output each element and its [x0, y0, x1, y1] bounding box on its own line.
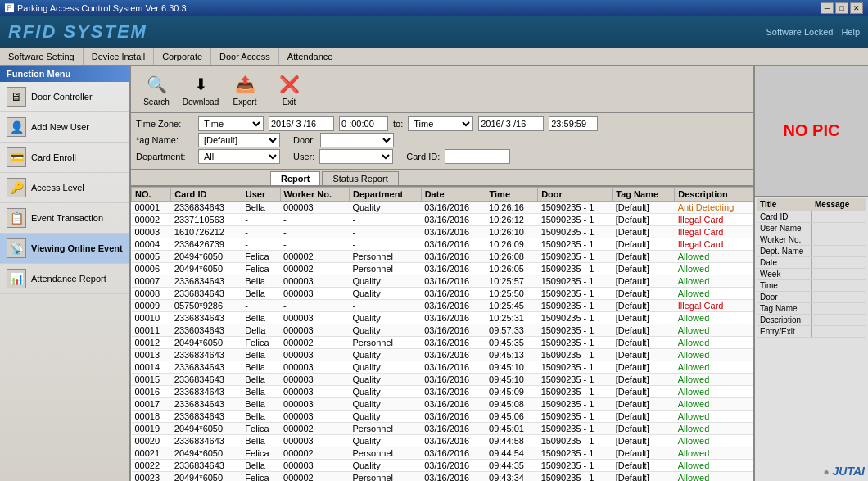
table-row[interactable]: 000162336834643Bella000003Quality03/16/2… [132, 386, 753, 398]
table-cell: Quality [349, 361, 421, 374]
data-table-container: NO. Card ID User Worker No. Department D… [131, 187, 753, 481]
menu-attendance[interactable]: Attendance [279, 48, 342, 65]
col-department: Department [349, 188, 421, 202]
sidebar-item-viewing-online-event[interactable]: 📡 Viewing Online Event [0, 234, 129, 264]
table-cell: 10:25:50 [486, 288, 538, 300]
col-description: Description [675, 188, 753, 202]
table-cell: Personnel [349, 337, 421, 349]
card-id-input[interactable] [445, 149, 510, 164]
table-row[interactable]: 000182336834643Bella000003Quality03/16/2… [132, 411, 753, 423]
info-message [812, 228, 867, 229]
search-button[interactable]: 🔍 Search [136, 69, 177, 109]
table-cell: 09:43:34 [486, 472, 538, 482]
table-cell: [Default] [613, 312, 675, 324]
tab-report[interactable]: Report [270, 171, 320, 185]
table-row[interactable]: 000102336834643Bella000003Quality03/16/2… [132, 312, 753, 324]
table-row[interactable]: 000012336834643Bella000003Quality03/16/2… [132, 202, 753, 214]
table-cell: Anti Detecting [675, 202, 753, 214]
table-row[interactable]: 000022337110563---03/16/201610:26:121509… [132, 214, 753, 226]
to-zone-select[interactable]: Time [408, 116, 473, 131]
tab-bar: Report Status Report [131, 170, 753, 187]
to-date-input[interactable] [478, 116, 544, 131]
user-select[interactable] [319, 149, 393, 164]
info-table: Title Message Card IDUser NameWorker No.… [755, 197, 868, 339]
col-time: Time [486, 188, 538, 202]
exit-button[interactable]: ❌ Exit [269, 69, 310, 109]
table-cell: 10:25:57 [486, 275, 538, 288]
table-cell: Della [242, 324, 280, 337]
table-row[interactable]: 000152336834643Bella000003Quality03/16/2… [132, 374, 753, 386]
close-button[interactable]: ✕ [850, 2, 863, 14]
table-cell: 03/16/2016 [421, 214, 486, 226]
titlebar-controls: ─ □ ✕ [821, 2, 863, 14]
table-cell: 000003 [280, 435, 349, 447]
sidebar-item-card-enroll[interactable]: 💳 Card Enroll [0, 143, 129, 173]
table-cell: 15090235 - 1 [538, 374, 613, 386]
table-cell: 15090235 - 1 [538, 435, 613, 447]
table-cell: Allowed [675, 435, 753, 447]
menu-door-access[interactable]: Door Access [211, 48, 279, 65]
sidebar-item-door-controller[interactable]: 🖥 Door Controller [0, 82, 129, 112]
table-cell: [Default] [613, 288, 675, 300]
from-time-input[interactable] [339, 116, 388, 131]
table-cell: 03/16/2016 [421, 435, 486, 447]
table-cell: Bella [242, 398, 280, 411]
software-locked-link[interactable]: Software Locked [766, 27, 833, 37]
table-cell: Felica [242, 423, 280, 435]
table-cell: 000002 [280, 472, 349, 482]
table-cell: [Default] [613, 214, 675, 226]
sidebar-item-access-level[interactable]: 🔑 Access Level [0, 173, 129, 203]
table-cell: 00014 [132, 361, 171, 374]
table-row[interactable]: 000222336834643Bella000003Quality03/16/2… [132, 460, 753, 472]
table-cell: Personnel [349, 423, 421, 435]
filter-row-1: Time Zone: Time to: Time [136, 116, 748, 131]
table-cell: 15090235 - 1 [538, 337, 613, 349]
table-row[interactable]: 000031610726212---03/16/201610:26:101509… [132, 226, 753, 238]
table-cell: 00015 [132, 374, 171, 386]
table-cell: 2336034643 [171, 324, 242, 337]
from-date-input[interactable] [269, 116, 334, 131]
export-button[interactable]: 📤 Export [224, 69, 265, 109]
menu-corporate[interactable]: Corporate [154, 48, 211, 65]
table-header-row: NO. Card ID User Worker No. Department D… [132, 188, 753, 202]
table-row[interactable]: 0002320494*6050Felica000002Personnel03/1… [132, 472, 753, 482]
table-row[interactable]: 000112336034643Della000003Quality03/16/2… [132, 324, 753, 337]
table-row[interactable]: 0001220494*6050Felica000002Personnel03/1… [132, 337, 753, 349]
time-zone-select[interactable]: Time [198, 116, 264, 131]
table-row[interactable]: 0000905750*9286---03/16/201610:25:451509… [132, 300, 753, 312]
table-row[interactable]: 000172336834643Bella000003Quality03/16/2… [132, 398, 753, 411]
table-cell: - [280, 226, 349, 238]
to-time-input[interactable] [549, 116, 598, 131]
sidebar-item-add-user[interactable]: 👤 Add New User [0, 112, 129, 143]
maximize-button[interactable]: □ [835, 2, 848, 14]
sidebar-item-event-transaction[interactable]: 📋 Event Transaction [0, 203, 129, 234]
department-select[interactable]: All [198, 149, 280, 164]
table-cell: 15090235 - 1 [538, 324, 613, 337]
table-row[interactable]: 0000520494*6050Felica000002Personnel03/1… [132, 251, 753, 263]
minimize-button[interactable]: ─ [821, 2, 834, 14]
table-row[interactable]: 0000620494*6050Felica000002Personnel03/1… [132, 263, 753, 275]
table-row[interactable]: 0002120494*6050Felica000002Personnel03/1… [132, 447, 753, 460]
door-select[interactable] [320, 133, 394, 147]
table-cell: Quality [349, 374, 421, 386]
help-link[interactable]: Help [841, 27, 860, 37]
menu-software-setting[interactable]: Software Setting [0, 48, 84, 65]
table-row[interactable]: 000142336834643Bella000003Quality03/16/2… [132, 361, 753, 374]
tag-name-select[interactable]: [Default] [198, 133, 280, 147]
download-button[interactable]: ⬇ Download [180, 69, 221, 109]
table-row[interactable]: 000132336834643Bella000003Quality03/16/2… [132, 349, 753, 361]
table-row[interactable]: 0001920494*6050Felica000002Personnel03/1… [132, 423, 753, 435]
table-row[interactable]: 000202336834643Bella000003Quality03/16/2… [132, 435, 753, 447]
table-row[interactable]: 000042336426739---03/16/201610:26:091509… [132, 238, 753, 251]
info-message [812, 331, 867, 333]
table-row[interactable]: 000082336834643Bella000003Quality03/16/2… [132, 288, 753, 300]
table-cell: 03/16/2016 [421, 472, 486, 482]
menu-device-install[interactable]: Device Install [84, 48, 154, 65]
col-card-id: Card ID [171, 188, 242, 202]
table-cell: 03/16/2016 [421, 238, 486, 251]
sidebar-item-attendance-report[interactable]: 📊 Attendance Report [0, 264, 129, 294]
table-cell: [Default] [613, 300, 675, 312]
table-cell: - [280, 238, 349, 251]
tab-status-report[interactable]: Status Report [322, 171, 398, 185]
table-row[interactable]: 000072336834643Bella000003Quality03/16/2… [132, 275, 753, 288]
